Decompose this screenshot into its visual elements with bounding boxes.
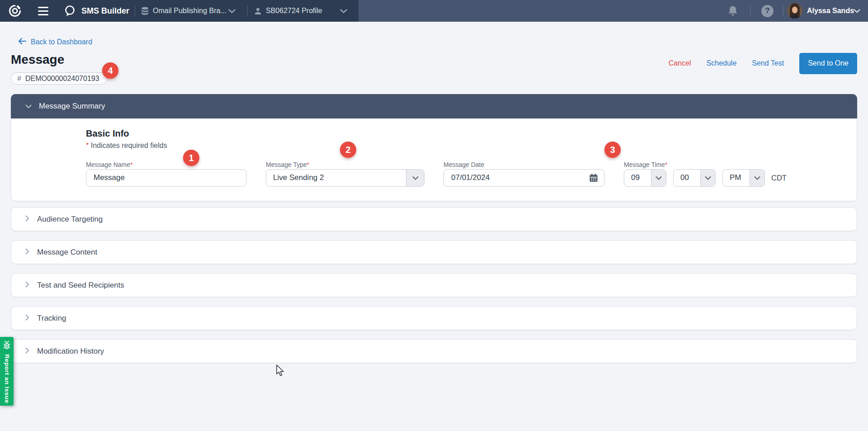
- message-time-label: Message Time*: [624, 161, 668, 168]
- message-type-value: Live Sending 2: [266, 170, 406, 186]
- message-id-value: DEMO0000024070193: [25, 75, 99, 83]
- annotation-badge-2: 2: [340, 142, 356, 158]
- chevron-right-icon: [25, 281, 29, 289]
- message-date-input[interactable]: 07/01/2024: [443, 169, 604, 187]
- chevron-right-icon: [25, 215, 29, 223]
- schedule-button[interactable]: Schedule: [707, 59, 737, 67]
- chevron-down-icon: [651, 170, 666, 186]
- send-to-one-button[interactable]: Send to One: [799, 53, 857, 74]
- message-summary-header[interactable]: Message Summary: [11, 94, 857, 118]
- minute-value: 00: [674, 170, 700, 186]
- section-label: Tracking: [37, 314, 66, 323]
- chevron-down-icon[interactable]: [340, 0, 347, 22]
- chevron-down-icon: [700, 170, 715, 186]
- summary-section-title: Message Summary: [39, 102, 105, 111]
- chevron-down-icon: [750, 170, 764, 186]
- omeda-logo-icon[interactable]: [8, 0, 22, 22]
- message-id-chip: # DEMO0000024070193: [11, 72, 107, 85]
- chat-bubble-icon: [63, 0, 76, 22]
- database-icon: [141, 0, 149, 22]
- message-type-label: Message Type*: [266, 161, 309, 168]
- timezone-label: CDT: [771, 169, 787, 187]
- user-avatar[interactable]: [787, 0, 802, 22]
- meridiem-value: PM: [723, 170, 750, 186]
- meridiem-select[interactable]: PM: [722, 169, 765, 187]
- chevron-down-icon: [25, 102, 32, 110]
- topbar-divider: [750, 5, 751, 16]
- section-test-seed-recipients[interactable]: Test and Seed Recipients: [11, 273, 857, 297]
- message-date-label: Message Date: [443, 161, 484, 168]
- profile-dropdown[interactable]: SB062724 Profile: [266, 0, 322, 22]
- section-message-content[interactable]: Message Content: [11, 240, 857, 264]
- section-label: Test and Seed Recipients: [37, 281, 124, 290]
- annotation-badge-3: 3: [604, 142, 621, 158]
- calendar-icon[interactable]: [589, 173, 599, 183]
- hour-value: 09: [624, 170, 651, 186]
- database-dropdown[interactable]: Omail Publishing Bra...: [153, 0, 226, 22]
- hash-icon: #: [17, 75, 21, 83]
- report-an-issue-tab[interactable]: Report an Issue: [0, 337, 14, 406]
- message-name-input[interactable]: Message: [86, 169, 246, 187]
- basic-info-heading: Basic Info: [86, 128, 129, 139]
- header-actions: Cancel Schedule Send Test Send to One: [669, 52, 857, 74]
- help-glyph: ?: [765, 6, 769, 15]
- bug-icon: [3, 341, 11, 351]
- chevron-right-icon: [25, 347, 29, 355]
- top-navigation-bar: SMS Builder Omail Publishing Bra... SB06…: [0, 0, 868, 22]
- profile-person-icon: [254, 0, 262, 22]
- app-title: SMS Builder: [81, 0, 129, 22]
- page-title: Message: [11, 52, 64, 67]
- hamburger-menu-icon[interactable]: [38, 0, 48, 22]
- topbar-divider: [135, 5, 135, 16]
- section-audience-targeting[interactable]: Audience Targeting: [11, 207, 857, 231]
- section-tracking[interactable]: Tracking: [11, 306, 857, 330]
- help-icon[interactable]: ?: [761, 0, 774, 22]
- section-label: Modification History: [37, 347, 104, 356]
- required-note-text: Indicates required fields: [89, 142, 167, 149]
- notifications-bell-icon[interactable]: [728, 0, 738, 22]
- arrow-left-icon: [18, 38, 26, 46]
- report-issue-label: Report an Issue: [4, 354, 10, 403]
- user-name: Alyssa Sands: [807, 0, 854, 22]
- message-name-label: Message Name*: [86, 161, 133, 168]
- chevron-down-icon: [406, 170, 424, 186]
- back-to-dashboard-link[interactable]: Back to Dashboard: [18, 38, 92, 46]
- hour-select[interactable]: 09: [624, 169, 666, 187]
- section-modification-history[interactable]: Modification History: [11, 339, 857, 363]
- mouse-cursor: [275, 365, 286, 379]
- topbar-divider: [783, 5, 783, 16]
- back-link-label: Back to Dashboard: [31, 38, 92, 46]
- section-label: Audience Targeting: [37, 215, 103, 224]
- cancel-button[interactable]: Cancel: [669, 59, 691, 67]
- section-label: Message Content: [37, 248, 97, 257]
- chevron-right-icon: [25, 314, 29, 322]
- user-menu-chevron-icon[interactable]: [854, 0, 860, 22]
- chevron-right-icon: [25, 248, 29, 256]
- required-fields-note: * Indicates required fields: [86, 142, 167, 150]
- message-type-select[interactable]: Live Sending 2: [266, 169, 425, 187]
- send-test-button[interactable]: Send Test: [752, 59, 784, 67]
- annotation-badge-4: 4: [102, 62, 118, 79]
- annotation-badge-1: 1: [183, 150, 199, 166]
- topbar-divider: [247, 5, 248, 16]
- minute-select[interactable]: 00: [673, 169, 716, 187]
- chevron-down-icon[interactable]: [228, 0, 236, 22]
